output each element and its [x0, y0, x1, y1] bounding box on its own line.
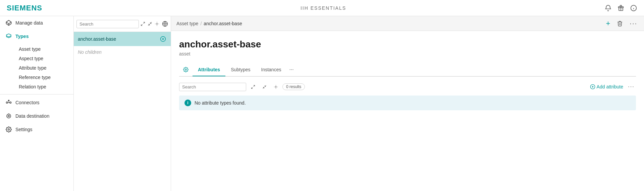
types-label: Types — [15, 34, 29, 39]
attr-more-btn[interactable]: ··· — [627, 82, 636, 91]
sidebar-sub-item-relation-type[interactable]: Relation type — [16, 82, 73, 91]
tabs: Attributes Subtypes Instances ··· — [179, 63, 636, 77]
attr-search-area: 0 results — [179, 82, 305, 91]
svg-line-17 — [141, 24, 143, 26]
sidebar-item-types[interactable]: Types — [0, 30, 73, 43]
connectors-icon — [5, 99, 12, 106]
info-circle-icon[interactable] — [630, 4, 637, 12]
sidebar-item-manage-data[interactable]: Manage data — [0, 16, 73, 30]
add-attribute-button[interactable]: Add attribute — [590, 84, 623, 89]
attr-filter-icon[interactable] — [271, 82, 280, 91]
attributes-toolbar: 0 results Add attribute ··· — [179, 82, 636, 91]
svg-line-18 — [148, 24, 150, 26]
delete-button[interactable] — [615, 19, 624, 28]
svg-point-20 — [157, 23, 158, 25]
data-destination-icon — [5, 113, 12, 119]
no-children-label: No children — [74, 46, 171, 58]
middle-search-input[interactable] — [79, 22, 136, 27]
breadcrumb-current: anchor.asset-base — [204, 21, 242, 26]
breadcrumb: Asset type / anchor.asset-base — [176, 21, 242, 26]
tabs-more-btn[interactable]: ··· — [286, 63, 296, 76]
middle-toolbar — [74, 16, 171, 32]
content-body: anchor.asset-base asset Attributes Subty… — [171, 31, 644, 191]
types-icon — [5, 33, 12, 40]
svg-line-29 — [263, 87, 264, 88]
info-icon-circle: i — [184, 100, 191, 106]
settings-label: Settings — [15, 127, 33, 132]
attr-expand-icon[interactable] — [248, 82, 258, 91]
sidebar-item-data-destination[interactable]: Data destination — [0, 109, 73, 123]
header-icons — [604, 4, 637, 12]
results-badge: 0 results — [282, 83, 305, 90]
svg-point-15 — [8, 129, 10, 130]
siemens-logo: SIEMENS — [7, 4, 42, 12]
settings-icon — [5, 126, 12, 133]
svg-point-12 — [8, 115, 10, 117]
sidebar: Manage data Types Asset type Aspect type… — [0, 16, 74, 191]
top-header: SIEMENS IIH ESSENTIALS — [0, 0, 644, 16]
data-destination-label: Data destination — [15, 113, 49, 119]
sidebar-sub-item-reference-type[interactable]: Reference type — [16, 73, 73, 82]
expand-icon[interactable] — [140, 19, 146, 29]
svg-point-8 — [10, 102, 11, 104]
svg-point-26 — [185, 69, 186, 70]
breadcrumb-more-btn[interactable]: ··· — [628, 18, 639, 29]
tab-subtypes[interactable]: Subtypes — [225, 64, 256, 76]
breadcrumb-parent[interactable]: Asset type — [176, 21, 198, 26]
sidebar-item-connectors[interactable]: Connectors — [0, 96, 73, 109]
breadcrumb-bar: Asset type / anchor.asset-base + ··· — [171, 16, 644, 31]
collapse-icon[interactable] — [147, 19, 153, 29]
tree-item-anchor[interactable]: anchor.asset-base — [74, 32, 171, 46]
main-layout: Manage data Types Asset type Aspect type… — [0, 16, 644, 191]
svg-point-7 — [6, 102, 8, 104]
manage-data-label: Manage data — [15, 20, 43, 26]
sidebar-item-settings[interactable]: Settings — [0, 123, 73, 136]
manage-data-icon — [5, 20, 12, 26]
tree-item-label: anchor.asset-base — [78, 36, 116, 42]
app-title: IIH ESSENTIALS — [301, 5, 346, 11]
add-attribute-label: Add attribute — [597, 84, 623, 89]
connectors-label: Connectors — [15, 100, 40, 105]
entity-type: asset — [179, 51, 636, 56]
svg-point-31 — [275, 86, 276, 87]
attr-collapse-icon[interactable] — [260, 82, 269, 91]
tab-gear[interactable] — [179, 64, 193, 76]
svg-point-13 — [7, 114, 11, 118]
filter-icon[interactable] — [154, 19, 160, 29]
middle-panel: anchor.asset-base No children — [74, 16, 171, 191]
breadcrumb-actions: + ··· — [604, 18, 639, 29]
info-banner: i No attribute types found. — [179, 96, 636, 110]
svg-line-30 — [265, 85, 266, 86]
add-button[interactable]: + — [604, 18, 611, 29]
entity-name: anchor.asset-base — [179, 39, 636, 50]
types-sub-items: Asset type Aspect type Attribute type Re… — [0, 43, 73, 93]
tree-item-add-btn[interactable] — [159, 35, 167, 43]
tab-instances[interactable]: Instances — [256, 64, 287, 76]
empty-message: No attribute types found. — [195, 100, 246, 106]
sidebar-divider-1 — [0, 94, 73, 94]
svg-line-19 — [151, 22, 152, 24]
svg-line-16 — [144, 22, 145, 24]
sidebar-sub-item-aspect-type[interactable]: Aspect type — [16, 54, 73, 63]
tab-attributes[interactable]: Attributes — [193, 64, 225, 76]
attr-search-box[interactable] — [179, 83, 246, 91]
svg-line-27 — [253, 85, 255, 86]
attr-actions: Add attribute ··· — [590, 82, 636, 91]
breadcrumb-separator: / — [200, 21, 202, 26]
notification-icon[interactable] — [604, 4, 612, 12]
globe-icon[interactable] — [162, 19, 168, 29]
sidebar-sub-item-attribute-type[interactable]: Attribute type — [16, 63, 73, 73]
svg-line-28 — [251, 87, 253, 88]
content-panel: Asset type / anchor.asset-base + ··· — [171, 16, 644, 191]
sidebar-sub-item-asset-type[interactable]: Asset type — [16, 44, 73, 54]
middle-search-box[interactable] — [76, 20, 139, 28]
gift-icon[interactable] — [617, 4, 625, 12]
attr-search-input[interactable] — [182, 84, 243, 89]
